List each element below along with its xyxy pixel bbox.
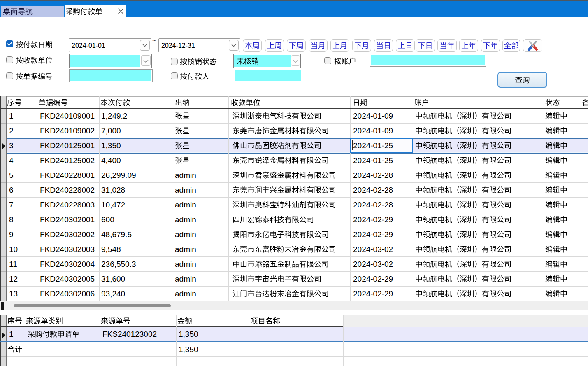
svg-text:FKD240302006: FKD240302006 — [40, 289, 95, 298]
svg-text:2024-12-31: 2024-12-31 — [161, 42, 195, 49]
svg-text:admin: admin — [175, 171, 196, 180]
svg-text:admin: admin — [175, 245, 196, 254]
svg-text:FKD240228001: FKD240228001 — [40, 171, 95, 180]
svg-text:admin: admin — [175, 186, 196, 194]
svg-text:26,299.09: 26,299.09 — [101, 171, 136, 180]
svg-text:FKD240125001: FKD240125001 — [40, 141, 95, 150]
svg-text:10: 10 — [9, 245, 18, 254]
svg-text:4: 4 — [9, 156, 14, 165]
svg-text:~: ~ — [152, 37, 156, 44]
svg-text:2024-01-09: 2024-01-09 — [353, 126, 393, 135]
svg-text:2024-01-01: 2024-01-01 — [72, 42, 105, 49]
svg-text:93,240: 93,240 — [101, 289, 125, 298]
svg-text:8: 8 — [9, 215, 14, 224]
svg-text:11: 11 — [9, 260, 17, 268]
svg-text:FKS240123002: FKS240123002 — [102, 330, 157, 338]
svg-text:FKD240228002: FKD240228002 — [40, 186, 95, 194]
svg-text:2024-01-09: 2024-01-09 — [353, 112, 393, 120]
svg-text:12: 12 — [9, 275, 18, 283]
svg-text:2024-03-02: 2024-03-02 — [353, 245, 393, 254]
svg-text:31,028: 31,028 — [101, 186, 125, 194]
svg-text:admin: admin — [175, 275, 196, 283]
svg-text:5: 5 — [9, 171, 14, 180]
svg-text:4,400: 4,400 — [101, 156, 121, 165]
svg-text:admin: admin — [175, 200, 196, 209]
svg-text:FKD240302005: FKD240302005 — [40, 275, 95, 283]
svg-text:2024-02-28: 2024-02-28 — [353, 171, 393, 180]
svg-text:2: 2 — [9, 126, 14, 135]
svg-text:48,679.5: 48,679.5 — [101, 230, 132, 239]
svg-text:FKD240109002: FKD240109002 — [40, 126, 95, 135]
svg-text:3: 3 — [9, 141, 14, 150]
svg-text:2024-02-29: 2024-02-29 — [353, 230, 393, 239]
svg-text:admin: admin — [175, 289, 196, 298]
svg-text:2024-02-29: 2024-02-29 — [353, 289, 393, 298]
svg-text:FKD240109001: FKD240109001 — [40, 112, 95, 120]
svg-text:FKD240228003: FKD240228003 — [40, 200, 95, 209]
svg-text:FKD240302003: FKD240302003 — [40, 245, 95, 254]
svg-text:FKD240302004: FKD240302004 — [40, 260, 95, 268]
svg-text:2024-01-25: 2024-01-25 — [353, 156, 393, 165]
svg-text:7,000: 7,000 — [101, 126, 121, 135]
svg-text:1,350: 1,350 — [179, 330, 198, 338]
svg-text:2024-02-29: 2024-02-29 — [353, 275, 393, 283]
svg-text:1: 1 — [9, 112, 14, 120]
svg-text:9,548: 9,548 — [101, 245, 121, 254]
svg-text:2024-02-29: 2024-02-29 — [353, 215, 393, 224]
svg-text:2024-03-02: 2024-03-02 — [353, 260, 393, 268]
svg-text:2024-02-28: 2024-02-28 — [353, 186, 393, 194]
svg-text:admin: admin — [175, 215, 196, 224]
svg-text:10,472: 10,472 — [101, 200, 125, 209]
svg-text:236,550.3: 236,550.3 — [101, 260, 136, 268]
svg-text:admin: admin — [175, 260, 196, 268]
svg-text:600: 600 — [101, 215, 114, 224]
svg-text:admin: admin — [175, 230, 196, 239]
svg-text:1: 1 — [9, 330, 14, 338]
svg-text:2024-01-25: 2024-01-25 — [353, 141, 393, 150]
svg-text:6: 6 — [9, 186, 14, 194]
svg-text:31,600: 31,600 — [101, 275, 125, 283]
svg-text:13: 13 — [9, 289, 18, 298]
svg-text:1,249.2: 1,249.2 — [101, 112, 127, 120]
svg-text:FKD240302002: FKD240302002 — [40, 230, 95, 239]
svg-text:1,350: 1,350 — [179, 345, 198, 354]
svg-text:7: 7 — [9, 200, 14, 209]
svg-text:FKD240302001: FKD240302001 — [40, 215, 95, 224]
svg-text:9: 9 — [9, 230, 14, 239]
svg-text:FKD240125002: FKD240125002 — [40, 156, 95, 165]
svg-text:2024-02-28: 2024-02-28 — [353, 200, 393, 209]
svg-text:1,350: 1,350 — [101, 141, 121, 150]
